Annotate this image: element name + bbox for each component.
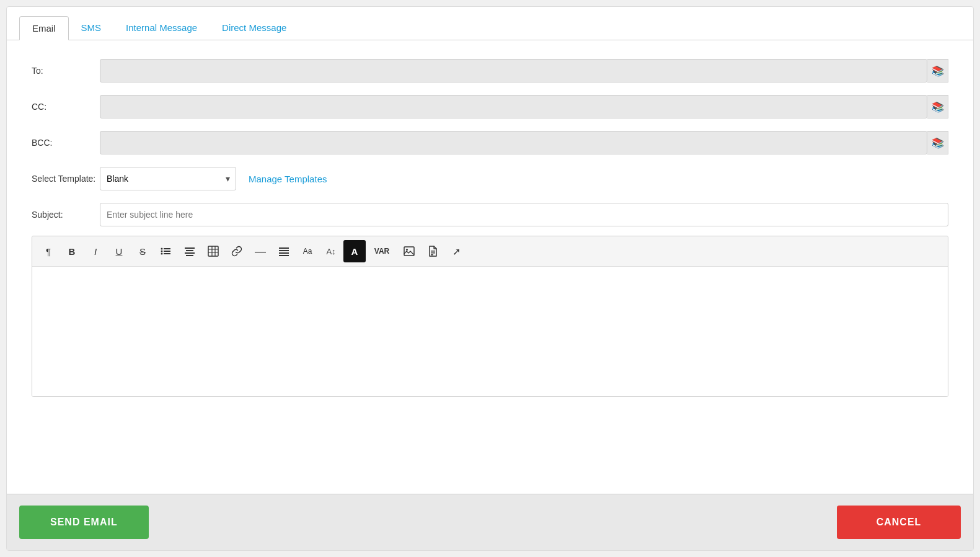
cancel-button[interactable]: CANCEL (837, 506, 961, 539)
svg-rect-3 (164, 251, 170, 252)
tab-bar: Email SMS Internal Message Direct Messag… (7, 7, 973, 40)
bcc-input[interactable] (100, 131, 927, 154)
bcc-input-wrapper: 📚 (100, 131, 948, 154)
bcc-row: BCC: 📚 (32, 131, 948, 154)
form-area: To: 📚 CC: 📚 BCC: (7, 40, 973, 494)
svg-point-4 (161, 253, 163, 255)
editor-area: ¶ B I U S (32, 236, 948, 397)
cc-contact-picker-button[interactable]: 📚 (927, 95, 948, 118)
subject-row: Subject: (32, 203, 948, 226)
svg-rect-22 (431, 252, 435, 254)
to-contact-picker-button[interactable]: 📚 (927, 59, 948, 82)
svg-rect-6 (185, 247, 195, 249)
link-button[interactable] (226, 240, 248, 262)
italic-button[interactable]: I (84, 240, 107, 262)
contact-book-icon: 📚 (932, 65, 944, 77)
svg-point-2 (161, 251, 163, 252)
email-compose-dialog: Email SMS Internal Message Direct Messag… (6, 6, 974, 551)
text-align-button[interactable] (273, 240, 295, 262)
subject-input[interactable] (100, 203, 948, 226)
to-input[interactable] (100, 59, 927, 82)
bold-button[interactable]: B (61, 240, 83, 262)
template-row: Select Template: Blank Manage Templates (32, 167, 948, 190)
paragraph-button[interactable]: ¶ (37, 240, 60, 262)
editor-toolbar: ¶ B I U S (32, 236, 948, 267)
cc-row: CC: 📚 (32, 95, 948, 118)
send-email-button[interactable]: SEND EMAIL (19, 506, 149, 539)
subject-label: Subject: (32, 210, 100, 220)
svg-rect-23 (431, 254, 433, 256)
bcc-contact-picker-button[interactable]: 📚 (927, 131, 948, 154)
bcc-label: BCC: (32, 138, 100, 148)
template-label: Select Template: (32, 173, 100, 184)
editor-content[interactable] (32, 267, 948, 396)
image-button[interactable] (398, 240, 420, 262)
svg-rect-15 (279, 247, 289, 249)
svg-rect-21 (431, 251, 435, 252)
footer: SEND EMAIL CANCEL (7, 494, 973, 550)
font-size-button[interactable]: Aa (296, 240, 319, 262)
tab-email[interactable]: Email (19, 16, 69, 40)
template-select[interactable]: Blank (100, 167, 236, 190)
font-resize-button[interactable]: A↕ (320, 240, 342, 262)
variable-button[interactable]: VAR (367, 240, 397, 262)
to-label: To: (32, 66, 100, 76)
svg-rect-9 (186, 255, 193, 256)
svg-rect-19 (404, 247, 414, 256)
contact-book-icon-cc: 📚 (932, 101, 944, 113)
svg-rect-7 (186, 250, 193, 251)
tab-internal-message[interactable]: Internal Message (113, 16, 210, 40)
svg-rect-5 (164, 253, 170, 254)
svg-rect-18 (279, 255, 289, 256)
cc-label: CC: (32, 102, 100, 112)
to-row: To: 📚 (32, 59, 948, 82)
align-button[interactable] (179, 240, 201, 262)
to-input-wrapper: 📚 (100, 59, 948, 82)
strikethrough-button[interactable]: S (131, 240, 154, 262)
tab-direct-message[interactable]: Direct Message (210, 16, 299, 40)
svg-rect-1 (164, 248, 170, 249)
svg-rect-10 (208, 246, 218, 256)
tab-sms[interactable]: SMS (69, 16, 114, 40)
svg-rect-8 (185, 252, 195, 254)
fullscreen-button[interactable]: ➚ (445, 240, 467, 262)
unordered-list-button[interactable] (155, 240, 177, 262)
svg-rect-17 (279, 252, 289, 254)
template-select-wrapper: Blank (100, 167, 236, 190)
font-color-button[interactable]: A (343, 240, 366, 262)
contact-book-icon-bcc: 📚 (932, 137, 944, 149)
cc-input[interactable] (100, 95, 927, 118)
horizontal-rule-button[interactable]: — (249, 240, 271, 262)
document-button[interactable] (422, 240, 444, 262)
svg-rect-16 (279, 250, 289, 251)
table-button[interactable] (202, 240, 224, 262)
underline-button[interactable]: U (108, 240, 130, 262)
cc-input-wrapper: 📚 (100, 95, 948, 118)
manage-templates-link[interactable]: Manage Templates (249, 174, 327, 184)
svg-point-0 (161, 248, 163, 250)
svg-point-20 (406, 249, 408, 251)
